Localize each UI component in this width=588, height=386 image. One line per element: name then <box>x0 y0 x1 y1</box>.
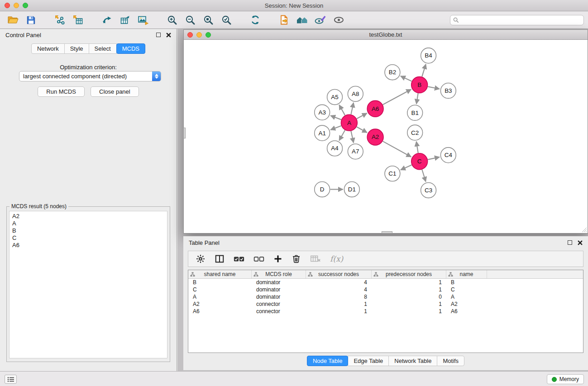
column-header-shared-name[interactable]: shared name <box>188 270 252 278</box>
resize-grip-icon[interactable] <box>581 227 587 233</box>
network-minimize-icon[interactable] <box>196 32 202 38</box>
tab-style[interactable]: Style <box>64 43 89 54</box>
graph-edge-B-B1[interactable] <box>416 93 418 104</box>
graph-node-B3[interactable]: B3 <box>440 83 456 99</box>
create-column-button[interactable] <box>273 254 282 263</box>
export-document-button[interactable] <box>275 12 293 28</box>
column-header-name[interactable]: name <box>446 270 487 278</box>
table-row[interactable]: Cdominator41C <box>188 286 583 293</box>
column-header-MCDS-role[interactable]: MCDS role <box>252 270 306 278</box>
graph-node-B[interactable]: B <box>411 77 428 93</box>
close-table-panel-icon[interactable] <box>578 240 583 245</box>
tab-mcds[interactable]: MCDS <box>116 43 145 54</box>
optimization-criterion-select[interactable]: largest connected component (directed) <box>19 71 161 81</box>
graph-node-A2[interactable]: A2 <box>367 129 383 145</box>
graph-node-A1[interactable]: A1 <box>315 125 330 141</box>
tab-network[interactable]: Network <box>31 43 65 54</box>
graph-edge-A-A5[interactable] <box>339 105 345 115</box>
toggle-graphics-details-button[interactable] <box>311 12 330 28</box>
mcds-result-item[interactable]: B <box>12 227 164 234</box>
zoom-window-icon[interactable] <box>23 3 28 8</box>
refresh-view-button[interactable] <box>246 12 264 28</box>
splitter-grip-left[interactable] <box>183 128 186 138</box>
graph-edge-C-C3[interactable] <box>422 170 425 182</box>
select-all-button[interactable] <box>234 255 244 263</box>
float-table-panel-icon[interactable] <box>568 240 572 245</box>
close-window-icon[interactable] <box>5 3 10 8</box>
zoom-in-button[interactable] <box>163 12 181 28</box>
graph-edge-B-B2[interactable] <box>401 76 412 81</box>
table-tab-motifs[interactable]: Motifs <box>437 356 464 366</box>
table-tab-network-table[interactable]: Network Table <box>388 356 437 366</box>
graph-node-B2[interactable]: B2 <box>385 65 400 80</box>
graph-node-C4[interactable]: C4 <box>440 148 456 163</box>
zoom-fit-button[interactable] <box>199 12 217 28</box>
graph-edge-A-A2[interactable] <box>357 127 367 133</box>
graph-edge-C-C1[interactable] <box>401 165 411 170</box>
graph-edge-C-C4[interactable] <box>428 157 440 160</box>
mcds-result-item[interactable]: A <box>12 220 164 227</box>
graph-node-B4[interactable]: B4 <box>421 48 436 63</box>
status-menu-button[interactable] <box>5 375 17 384</box>
zoom-selected-button[interactable] <box>217 12 235 28</box>
graph-edge-C-C2[interactable] <box>416 142 418 153</box>
delete-column-button[interactable] <box>292 254 301 264</box>
table-row[interactable]: A2connector11A2 <box>188 300 583 308</box>
table-row[interactable]: Bdominator41B <box>188 279 583 286</box>
graph-node-A5[interactable]: A5 <box>327 89 343 105</box>
minimize-window-icon[interactable] <box>14 3 19 8</box>
table-settings-button[interactable] <box>196 254 206 264</box>
tab-select[interactable]: Select <box>89 43 117 54</box>
function-builder-button[interactable]: f(x) <box>330 254 343 263</box>
show-hide-panels-button[interactable] <box>330 12 348 28</box>
graph-node-A6[interactable]: A6 <box>367 100 383 117</box>
network-canvas[interactable]: B4B2BB3B1A5A8A6A3AA1A2C2A4A7C4CC1C3DD1 <box>184 40 588 233</box>
graph-edge-B-B3[interactable] <box>428 86 440 89</box>
network-close-icon[interactable] <box>187 32 193 38</box>
zoom-out-button[interactable] <box>181 12 199 28</box>
mcds-result-item[interactable]: A2 <box>12 213 164 220</box>
graph-node-A[interactable]: A <box>341 114 357 131</box>
column-chooser-button[interactable] <box>215 254 225 264</box>
open-starter-panel-button[interactable] <box>293 12 311 28</box>
run-mcds-button[interactable]: Run MCDS <box>38 86 85 97</box>
graph-edge-A-A1[interactable] <box>330 126 341 130</box>
graph-node-C2[interactable]: C2 <box>407 125 423 140</box>
graph-edge-A2-C[interactable] <box>383 141 411 157</box>
graph-edge-B-B4[interactable] <box>422 64 425 77</box>
graph-edge-A-A8[interactable] <box>351 103 354 114</box>
column-header-successor-nodes[interactable]: successor nodes <box>306 270 372 278</box>
graph-node-A4[interactable]: A4 <box>327 141 343 156</box>
graph-edge-A6-B[interactable] <box>383 89 411 105</box>
mcds-result-item[interactable]: C <box>12 234 164 242</box>
graph-edge-A-A7[interactable] <box>351 131 354 143</box>
import-table-button[interactable] <box>69 12 87 28</box>
search-field[interactable] <box>450 15 584 25</box>
splitter-grip-bottom[interactable] <box>382 231 392 234</box>
table-row[interactable]: A6connector11A6 <box>188 308 583 315</box>
graph-edge-A-A4[interactable] <box>339 130 345 141</box>
graph-node-A8[interactable]: A8 <box>348 86 363 102</box>
graph-node-A3[interactable]: A3 <box>315 105 330 120</box>
float-panel-icon[interactable] <box>156 33 161 37</box>
column-header-predecessor-nodes[interactable]: predecessor nodes <box>372 270 446 278</box>
graph-node-A7[interactable]: A7 <box>348 144 363 159</box>
close-panel-button[interactable]: Close panel <box>91 86 139 97</box>
open-session-button[interactable] <box>4 12 22 28</box>
graph-edge-A-A6[interactable] <box>357 113 367 119</box>
memory-button[interactable]: Memory <box>547 374 584 384</box>
graph-node-B1[interactable]: B1 <box>407 105 423 120</box>
network-graph[interactable]: B4B2BB3B1A5A8A6A3AA1A2C2A4A7C4CC1C3DD1 <box>184 40 588 233</box>
graph-node-C[interactable]: C <box>411 153 428 170</box>
graph-node-C1[interactable]: C1 <box>385 166 400 181</box>
graph-node-C3[interactable]: C3 <box>421 183 436 198</box>
search-input[interactable] <box>461 17 581 24</box>
graph-node-D[interactable]: D <box>315 182 330 197</box>
table-tab-edge-table[interactable]: Edge Table <box>348 356 389 366</box>
deselect-all-button[interactable] <box>253 255 264 263</box>
close-panel-icon[interactable] <box>166 33 171 38</box>
graph-node-D1[interactable]: D1 <box>344 182 359 197</box>
table-tab-node-table[interactable]: Node Table <box>307 356 349 366</box>
graph-edge-A-A3[interactable] <box>330 115 341 119</box>
import-network-from-table-button[interactable] <box>116 12 134 28</box>
